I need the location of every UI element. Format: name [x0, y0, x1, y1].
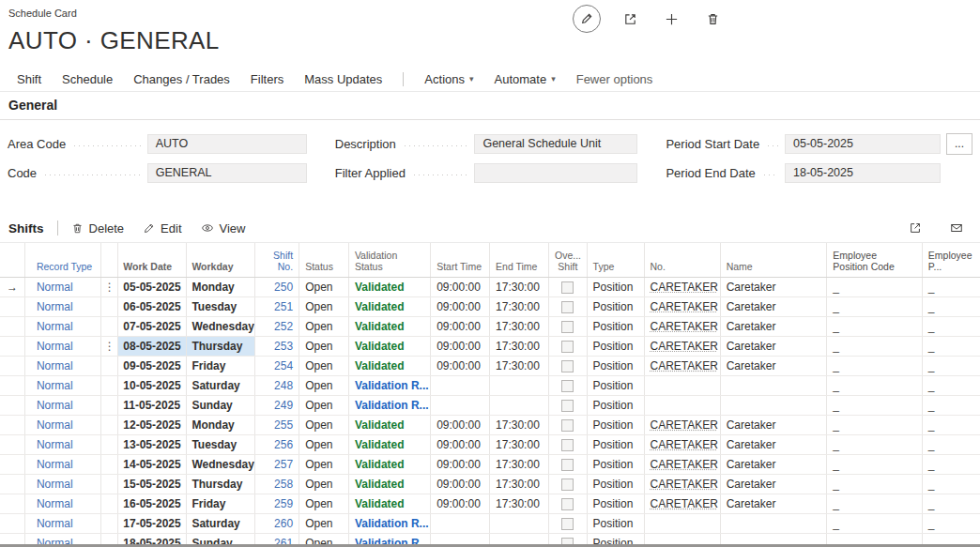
employee-p-cell[interactable]: _ [922, 494, 980, 513]
status-cell[interactable]: Open [299, 356, 349, 375]
position-no-cell[interactable]: CARETAKER [644, 336, 720, 356]
shift-no-cell[interactable]: 258 [255, 474, 299, 494]
filter-applied-input[interactable] [474, 163, 637, 183]
table-row[interactable]: Normal 10-05-2025 Saturday 248 Open Vali… [0, 375, 980, 395]
workday-cell[interactable]: Friday [187, 356, 255, 375]
validation-status-cell[interactable]: Validated [348, 277, 430, 296]
overnight-shift-checkbox[interactable] [561, 301, 574, 313]
row-menu-icon[interactable]: ⋮ [101, 336, 118, 356]
end-time-cell[interactable] [490, 375, 549, 395]
row-menu-icon[interactable] [101, 415, 118, 434]
start-time-cell[interactable]: 09:00:00 [431, 336, 490, 356]
position-name-cell[interactable]: Caretaker [720, 494, 827, 513]
add-button[interactable] [659, 7, 683, 31]
position-no-cell[interactable]: CARETAKER [644, 296, 720, 316]
position-no-cell[interactable]: CARETAKER [644, 494, 720, 513]
overnight-shift-checkbox[interactable] [561, 459, 574, 471]
header-employee-p[interactable]: Employee P... [922, 243, 980, 277]
header-shift-no[interactable]: Shift No. [255, 243, 299, 277]
position-no-cell[interactable]: CARETAKER [644, 434, 720, 454]
employee-p-cell[interactable]: _ [922, 356, 980, 375]
status-cell[interactable]: Open [299, 474, 349, 494]
overnight-shift-checkbox[interactable] [561, 439, 574, 451]
status-cell[interactable]: Open [299, 395, 349, 415]
shift-no-cell[interactable]: 251 [255, 296, 299, 316]
workday-cell[interactable]: Thursday [187, 474, 255, 494]
code-input[interactable]: GENERAL [147, 163, 307, 183]
type-cell[interactable]: Position [587, 454, 644, 474]
position-name-cell[interactable]: Caretaker [720, 336, 827, 356]
position-name-cell[interactable]: Caretaker [720, 277, 827, 296]
validation-status-cell[interactable]: Validated [348, 474, 430, 494]
employee-position-code-cell[interactable]: _ [827, 434, 922, 454]
employee-p-cell[interactable]: _ [922, 375, 980, 395]
start-time-cell[interactable] [431, 513, 490, 533]
header-record-type[interactable]: Record Type [24, 243, 100, 277]
end-time-cell[interactable] [490, 395, 549, 415]
position-name-cell[interactable]: Caretaker [720, 296, 827, 316]
fewer-options-button[interactable]: Fewer options [576, 72, 653, 86]
position-name-cell[interactable] [720, 375, 827, 395]
description-input[interactable]: General Schedule Unit [474, 134, 637, 154]
row-menu-icon[interactable] [101, 434, 118, 454]
overnight-shift-checkbox[interactable] [561, 498, 574, 510]
end-time-cell[interactable] [490, 513, 549, 533]
employee-position-code-cell[interactable]: _ [827, 454, 922, 474]
employee-p-cell[interactable]: _ [922, 415, 980, 434]
end-time-cell[interactable]: 17:30:00 [490, 277, 549, 296]
table-row[interactable]: Normal 13-05-2025 Tuesday 256 Open Valid… [0, 434, 980, 454]
type-cell[interactable]: Position [587, 474, 644, 494]
end-time-cell[interactable]: 17:30:00 [490, 494, 549, 513]
record-type-cell[interactable]: Normal [24, 474, 100, 494]
overnight-shift-checkbox[interactable] [561, 518, 574, 530]
overnight-shift-checkbox[interactable] [561, 281, 574, 294]
edit-rows-button[interactable]: Edit [143, 221, 181, 236]
validation-status-cell[interactable]: Validated [348, 336, 430, 356]
overnight-shift-checkbox[interactable] [561, 419, 574, 432]
record-type-cell[interactable]: Normal [24, 296, 100, 316]
position-name-cell[interactable]: Caretaker [720, 474, 827, 494]
work-date-cell[interactable]: 14-05-2025 [118, 454, 187, 474]
work-date-cell[interactable]: 15-05-2025 [118, 474, 187, 494]
employee-p-cell[interactable]: _ [922, 277, 980, 296]
shift-no-cell[interactable]: 250 [255, 277, 299, 296]
email-part-button[interactable] [944, 216, 969, 240]
start-time-cell[interactable] [431, 375, 490, 395]
employee-position-code-cell[interactable]: _ [827, 336, 922, 356]
validation-status-cell[interactable]: Validated [348, 434, 430, 454]
validation-status-cell[interactable]: Validated [348, 356, 430, 375]
employee-position-code-cell[interactable]: _ [827, 277, 922, 296]
status-cell[interactable]: Open [299, 494, 349, 513]
header-employee-position-code[interactable]: Employee Position Code [827, 243, 922, 277]
workday-cell[interactable]: Thursday [187, 336, 255, 356]
status-cell[interactable]: Open [299, 415, 349, 434]
table-row[interactable]: Normal 14-05-2025 Wednesday 257 Open Val… [0, 454, 980, 474]
end-time-cell[interactable]: 17:30:00 [490, 415, 549, 434]
position-no-cell[interactable]: CARETAKER [644, 415, 720, 434]
record-type-cell[interactable]: Normal [24, 454, 100, 474]
type-cell[interactable]: Position [587, 336, 644, 356]
header-start-time[interactable]: Start Time [431, 243, 490, 277]
work-date-cell[interactable]: 13-05-2025 [118, 434, 187, 454]
menu-item-shift[interactable]: Shift [17, 72, 41, 86]
work-date-cell[interactable]: 11-05-2025 [118, 395, 187, 415]
row-menu-icon[interactable] [101, 395, 118, 415]
record-type-cell[interactable]: Normal [24, 316, 100, 336]
work-date-cell[interactable]: 05-05-2025 [118, 277, 187, 296]
menu-item-filters[interactable]: Filters [251, 72, 283, 86]
shift-no-cell[interactable]: 259 [255, 494, 299, 513]
status-cell[interactable]: Open [299, 513, 349, 533]
work-date-cell[interactable]: 09-05-2025 [118, 356, 187, 375]
employee-position-code-cell[interactable]: _ [827, 395, 922, 415]
workday-cell[interactable]: Tuesday [187, 434, 255, 454]
period-start-date-assist-button[interactable]: ... [946, 133, 972, 155]
row-menu-icon[interactable] [101, 454, 118, 474]
work-date-cell[interactable]: 10-05-2025 [118, 375, 187, 395]
shift-no-cell[interactable]: 252 [255, 316, 299, 336]
end-time-cell[interactable]: 17:30:00 [490, 336, 549, 356]
workday-cell[interactable]: Wednesday [187, 316, 255, 336]
position-no-cell[interactable]: CARETAKER [644, 474, 720, 494]
overnight-shift-checkbox[interactable] [561, 400, 574, 412]
position-no-cell[interactable] [644, 513, 720, 533]
end-time-cell[interactable]: 17:30:00 [490, 296, 549, 316]
